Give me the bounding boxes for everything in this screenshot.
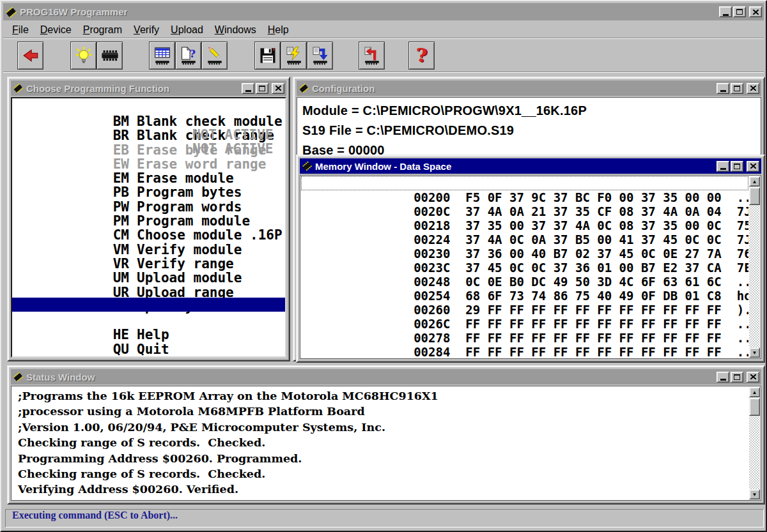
minimize-button[interactable] — [242, 83, 254, 94]
maximize-button[interactable] — [256, 83, 268, 94]
function-list-item[interactable]: CMChoose module .16P — [12, 212, 285, 226]
menu-help[interactable]: Help — [262, 24, 295, 36]
memory-ascii: 75.77J..75.. — [737, 218, 748, 232]
memory-ascii: ....IP=Local — [737, 275, 748, 289]
scrollbar-up-button[interactable]: ▲ — [749, 387, 760, 397]
maximize-button[interactable] — [731, 83, 743, 94]
menu-upload[interactable]: Upload — [165, 24, 209, 36]
function-list-item[interactable]: BMBlank check module — [12, 98, 285, 112]
maximize-button[interactable] — [731, 372, 743, 383]
document-question-icon: ? — [180, 47, 198, 61]
memory-hex-bytes: 0C 0E B0 DC 49 50 3D 4C 6F 63 61 6C — [465, 275, 721, 289]
menu-verify[interactable]: Verify — [128, 24, 165, 36]
close-button[interactable] — [747, 372, 759, 383]
status-line: Checking range of S records. Checked. — [18, 466, 761, 482]
memory-hex-bytes: 37 4A 0C 0A 37 B5 00 41 37 45 0C 0C — [465, 232, 721, 247]
menu-file[interactable]: File — [6, 24, 35, 36]
function-list-item[interactable]: VMVerify module — [12, 227, 285, 241]
minimize-button[interactable] — [717, 161, 729, 172]
minimize-icon — [720, 168, 726, 170]
program-zap-icon — [285, 47, 303, 61]
status-line: Verifying Address $00260. Verified. — [18, 482, 761, 497]
status-scrollbar[interactable]: ▲ ▼ — [749, 387, 760, 499]
memory-address: 00200 — [414, 190, 450, 204]
function-list: BMBlank check module BRBlank check range… — [11, 97, 286, 358]
close-button[interactable] — [272, 83, 284, 94]
scrollbar-down-button[interactable]: ▼ — [749, 489, 760, 499]
function-list-item[interactable]: EMErase module — [12, 155, 285, 169]
close-icon — [753, 10, 759, 15]
program-button[interactable] — [201, 42, 228, 70]
menu-program[interactable]: Program — [77, 24, 128, 36]
close-icon — [275, 86, 281, 91]
function-list-item[interactable]: REReset chip — [12, 340, 285, 354]
close-icon — [750, 163, 756, 169]
function-list-item[interactable]: QUQuit — [12, 326, 285, 340]
function-list-item[interactable]: UMUpload module — [12, 255, 285, 269]
device-button[interactable] — [97, 42, 123, 70]
status-window: Status Window ;Programs the 16k EEPROM A… — [7, 365, 765, 505]
chip-base-icon — [363, 61, 381, 65]
memory-hex-bytes: FF FF FF FF FF FF FF FF FF FF FF FF — [465, 317, 721, 331]
menu-device[interactable]: Device — [35, 24, 77, 36]
minimize-button[interactable] — [719, 6, 732, 17]
blank-check-button[interactable]: ? — [175, 42, 201, 70]
menu-windows[interactable]: Windows — [209, 24, 262, 36]
save-button[interactable] — [254, 42, 281, 70]
show-module-button[interactable] — [149, 42, 175, 70]
function-list-item[interactable]: PMProgram module — [12, 198, 285, 212]
power-on-button[interactable] — [70, 42, 97, 70]
maximize-icon — [734, 163, 740, 169]
program-module-button[interactable] — [281, 42, 307, 70]
function-status: NOT ACTIVE — [192, 141, 273, 156]
minimize-button[interactable] — [717, 372, 729, 383]
function-list-item[interactable]: URUpload range — [12, 270, 285, 284]
close-button[interactable] — [747, 161, 759, 172]
scrollbar-thumb[interactable] — [749, 398, 760, 416]
function-list-item[interactable]: SSSpecify S record — [12, 284, 285, 298]
status-line: ;Version 1.00, 06/20/94, P&E Microcomput… — [18, 420, 761, 435]
function-list-item[interactable]: VRVerify range — [12, 241, 285, 255]
help-button[interactable]: ? — [408, 42, 435, 70]
app-window: PROG16W Programmer File Device Program V… — [0, 0, 767, 532]
scrollbar-up-button[interactable]: ▲ — [749, 176, 760, 186]
status-line: ;Programs the 16k EEPROM Array on the Mo… — [18, 388, 761, 404]
down-arrow-icon: ▼ — [752, 492, 757, 498]
function-list-item[interactable]: PBProgram bytes — [12, 169, 285, 183]
memory-hex-bytes: FF FF FF FF FF FF FF FF FF FF FF FF — [465, 345, 721, 358]
memory-ascii: ............ — [737, 331, 748, 345]
scrollbar-down-button[interactable]: ▼ — [749, 347, 760, 358]
scrollbar-thumb[interactable] — [749, 187, 760, 205]
memory-address: 0020C — [414, 204, 450, 218]
maximize-icon — [734, 374, 740, 380]
function-list-item[interactable]: EBErase byte rangeNOT ACTIVE — [12, 127, 285, 141]
status-bar: Executing command (ESC to Abort)... — [5, 509, 764, 528]
function-list-item[interactable]: SMShow module — [12, 298, 285, 312]
chip-base-icon — [153, 61, 171, 65]
close-button[interactable] — [749, 6, 762, 17]
memory-scrollbar[interactable]: ▲ ▼ — [749, 176, 760, 358]
memory-row[interactable]: 00200F5 0F 37 9C 37 BC F0 00 37 35 00 00… — [301, 176, 748, 190]
minimize-button[interactable] — [717, 83, 729, 94]
down-arrow-icon: ▼ — [752, 350, 757, 356]
memory-address: 00254 — [414, 289, 450, 303]
maximize-button[interactable] — [731, 161, 743, 172]
close-button[interactable] — [747, 83, 759, 94]
memory-window-title-bar: Memory Window - Data Space — [300, 158, 761, 174]
back-button[interactable] — [17, 42, 43, 70]
function-list-item[interactable]: HEHelp — [12, 312, 285, 326]
function-list-item[interactable]: BRBlank check range — [12, 112, 285, 126]
memory-hex-bytes: 37 4A 0A 21 37 35 CF 08 37 4A 0A 04 — [465, 204, 721, 218]
maximize-button[interactable] — [733, 6, 746, 17]
upload-module-button[interactable] — [359, 42, 385, 70]
chip-base-icon — [206, 61, 224, 65]
chip-icon — [100, 46, 120, 65]
function-list-item[interactable]: EWErase word rangeNOT ACTIVE — [12, 141, 285, 155]
memory-hex-bytes: 68 6F 73 74 86 75 40 49 0F DB 01 C8 — [465, 289, 721, 303]
status-log: ;Programs the 16k EEPROM Array on the Mo… — [11, 386, 761, 501]
configuration-line: Module = C:\PEMICRO\PROGW\9X1__16K.16P — [302, 101, 761, 121]
download-s-record-button[interactable] — [307, 42, 333, 70]
function-list-item[interactable]: PWProgram words — [12, 184, 285, 198]
app-title: PROG16W Programmer — [20, 6, 716, 17]
back-icon — [21, 47, 40, 65]
